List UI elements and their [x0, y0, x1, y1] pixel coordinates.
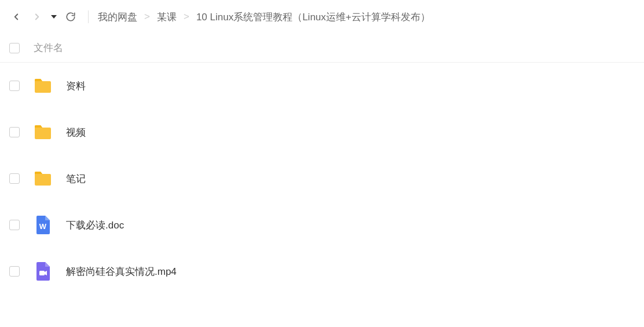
- toolbar: 我的网盘 > 某课 > 10 Linux系统管理教程（Linux运维+云计算学科…: [0, 0, 644, 34]
- column-header-name[interactable]: 文件名: [34, 41, 63, 54]
- list-item[interactable]: 资料: [0, 63, 644, 109]
- chevron-right-icon: >: [184, 11, 189, 23]
- file-name[interactable]: 视频: [66, 126, 86, 139]
- nav-forward-button[interactable]: [28, 8, 46, 26]
- file-name[interactable]: 笔记: [66, 172, 86, 186]
- breadcrumb-item[interactable]: 我的网盘: [98, 10, 137, 24]
- breadcrumb: 我的网盘 > 某课 > 10 Linux系统管理教程（Linux运维+云计算学科…: [98, 10, 430, 24]
- row-checkbox[interactable]: [9, 220, 20, 230]
- folder-icon: [34, 169, 52, 188]
- history-dropdown-button[interactable]: [49, 8, 59, 26]
- breadcrumb-item-current: 10 Linux系统管理教程（Linux运维+云计算学科发布）: [196, 10, 430, 24]
- chevron-right-icon: >: [144, 11, 150, 23]
- svg-rect-1: [39, 271, 45, 275]
- word-doc-icon: W: [34, 216, 52, 234]
- row-checkbox[interactable]: [9, 81, 20, 91]
- file-name[interactable]: 解密尚硅谷真实情况.mp4: [66, 265, 177, 278]
- folder-icon: [34, 123, 52, 141]
- video-file-icon: [34, 262, 52, 281]
- list-item[interactable]: 笔记: [0, 155, 644, 202]
- nav-back-button[interactable]: [7, 8, 25, 26]
- list-item[interactable]: W 下载必读.doc: [0, 202, 644, 248]
- folder-icon: [34, 77, 52, 95]
- row-checkbox[interactable]: [9, 173, 20, 184]
- list-item[interactable]: 视频: [0, 109, 644, 155]
- file-list: 资料 视频 笔记: [0, 63, 644, 295]
- toolbar-separator: [88, 10, 89, 23]
- breadcrumb-item[interactable]: 某课: [157, 10, 177, 24]
- file-name[interactable]: 下载必读.doc: [66, 219, 124, 232]
- select-all-checkbox[interactable]: [9, 43, 20, 53]
- row-checkbox[interactable]: [9, 127, 20, 137]
- svg-text:W: W: [39, 222, 47, 231]
- refresh-button[interactable]: [61, 8, 80, 26]
- file-name[interactable]: 资料: [66, 79, 86, 93]
- row-checkbox[interactable]: [9, 266, 20, 277]
- list-item[interactable]: 解密尚硅谷真实情况.mp4: [0, 248, 644, 295]
- column-header-row: 文件名: [0, 34, 644, 63]
